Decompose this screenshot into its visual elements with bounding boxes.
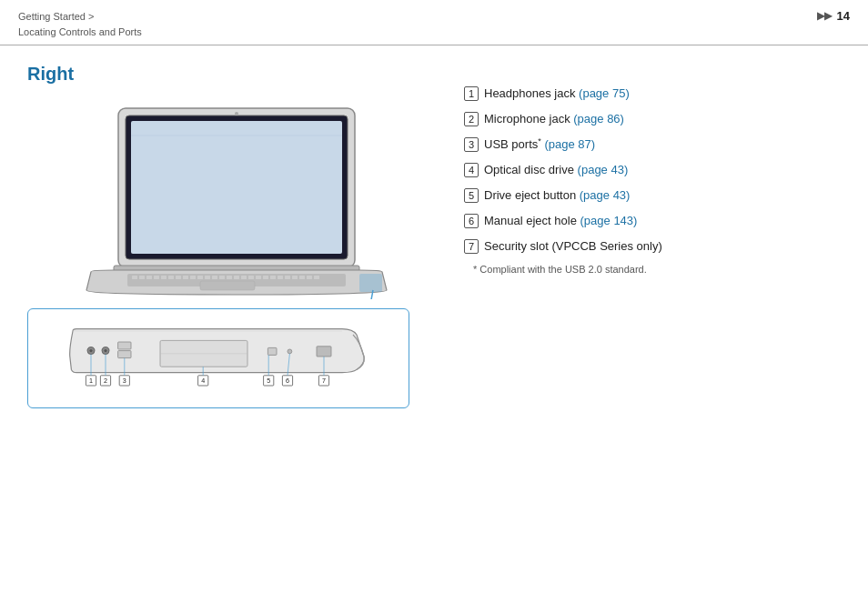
page-number: ▶▶ 14 bbox=[817, 9, 850, 23]
svg-point-4 bbox=[235, 112, 238, 116]
header: Getting Started > Locating Controls and … bbox=[0, 0, 868, 45]
laptop-illustration bbox=[64, 99, 409, 299]
link-microphone[interactable]: (page 86) bbox=[573, 112, 624, 126]
diagram-box: 1 2 3 4 5 6 7 bbox=[27, 308, 409, 408]
svg-rect-29 bbox=[292, 276, 298, 279]
list-item: 6 Manual eject hole (page 143) bbox=[464, 209, 841, 233]
svg-rect-12 bbox=[168, 276, 174, 279]
main-content: Right bbox=[0, 45, 868, 427]
item-number-4: 4 bbox=[464, 163, 479, 177]
svg-rect-21 bbox=[234, 276, 239, 279]
svg-rect-9 bbox=[146, 276, 152, 279]
list-item: 5 Drive eject button (page 43) bbox=[464, 184, 841, 207]
svg-rect-26 bbox=[270, 276, 276, 279]
svg-rect-22 bbox=[241, 276, 247, 279]
svg-text:4: 4 bbox=[201, 377, 205, 385]
svg-text:6: 6 bbox=[286, 377, 289, 385]
security-slot-label: Security slot (VPCCB Series only) bbox=[484, 235, 662, 258]
item-list: 1 Headphones jack (page 75) 2 Microphone… bbox=[464, 82, 841, 258]
svg-rect-28 bbox=[285, 276, 290, 279]
list-item: 4 Optical disc drive (page 43) bbox=[464, 158, 841, 182]
nav-arrow: ▶▶ bbox=[817, 10, 832, 22]
svg-rect-23 bbox=[248, 276, 254, 279]
link-eject[interactable]: (page 43) bbox=[580, 188, 631, 202]
svg-rect-10 bbox=[154, 276, 159, 279]
link-usb[interactable]: (page 87) bbox=[544, 137, 595, 151]
svg-rect-46 bbox=[317, 347, 331, 357]
svg-rect-24 bbox=[256, 276, 261, 279]
right-panel: 1 Headphones jack (page 75) 2 Microphone… bbox=[464, 64, 841, 408]
svg-point-39 bbox=[104, 349, 106, 352]
svg-rect-2 bbox=[131, 121, 342, 254]
svg-text:1: 1 bbox=[89, 377, 93, 385]
svg-rect-8 bbox=[139, 276, 145, 279]
left-panel: Right bbox=[27, 64, 446, 408]
svg-rect-18 bbox=[212, 276, 217, 279]
item-number-2: 2 bbox=[464, 112, 479, 126]
svg-rect-40 bbox=[118, 342, 131, 349]
diagram-svg: 1 2 3 4 5 6 7 bbox=[43, 320, 394, 393]
svg-text:7: 7 bbox=[322, 377, 326, 385]
svg-rect-34 bbox=[359, 274, 382, 292]
svg-rect-25 bbox=[263, 276, 268, 279]
laptop-svg bbox=[64, 99, 409, 299]
svg-rect-15 bbox=[190, 276, 196, 279]
svg-text:5: 5 bbox=[267, 377, 270, 385]
svg-text:3: 3 bbox=[123, 377, 126, 385]
svg-rect-19 bbox=[219, 276, 225, 279]
list-item: 1 Headphones jack (page 75) bbox=[464, 82, 841, 106]
link-optical[interactable]: (page 43) bbox=[578, 163, 629, 176]
svg-rect-14 bbox=[183, 276, 188, 279]
svg-rect-41 bbox=[118, 351, 131, 358]
svg-rect-20 bbox=[227, 276, 232, 279]
svg-rect-16 bbox=[197, 276, 203, 279]
item-number-7: 7 bbox=[464, 239, 479, 254]
footnote: * Compliant with the USB 2.0 standard. bbox=[464, 264, 841, 275]
svg-text:2: 2 bbox=[104, 377, 107, 385]
svg-rect-13 bbox=[176, 276, 181, 279]
item-number-6: 6 bbox=[464, 214, 479, 228]
list-item: 3 USB ports* (page 87) bbox=[464, 133, 841, 156]
svg-rect-11 bbox=[161, 276, 167, 279]
svg-rect-33 bbox=[200, 281, 255, 290]
svg-rect-30 bbox=[299, 276, 305, 279]
svg-rect-27 bbox=[278, 276, 283, 279]
svg-rect-44 bbox=[267, 347, 277, 355]
svg-point-45 bbox=[288, 349, 292, 354]
list-item: 2 Microphone jack (page 86) bbox=[464, 107, 841, 131]
list-item: 7 Security slot (VPCCB Series only) bbox=[464, 235, 841, 258]
item-number-5: 5 bbox=[464, 188, 479, 203]
svg-point-37 bbox=[89, 349, 92, 352]
item-number-1: 1 bbox=[464, 86, 479, 101]
svg-rect-7 bbox=[132, 276, 137, 279]
item-number-3: 3 bbox=[464, 137, 479, 152]
breadcrumb: Getting Started > Locating Controls and … bbox=[18, 9, 142, 39]
svg-rect-32 bbox=[314, 276, 319, 279]
svg-rect-17 bbox=[205, 276, 210, 279]
page-title: Right bbox=[27, 64, 446, 85]
svg-rect-31 bbox=[307, 276, 312, 279]
link-manual-eject[interactable]: (page 143) bbox=[580, 214, 638, 227]
link-headphones[interactable]: (page 75) bbox=[579, 86, 630, 100]
